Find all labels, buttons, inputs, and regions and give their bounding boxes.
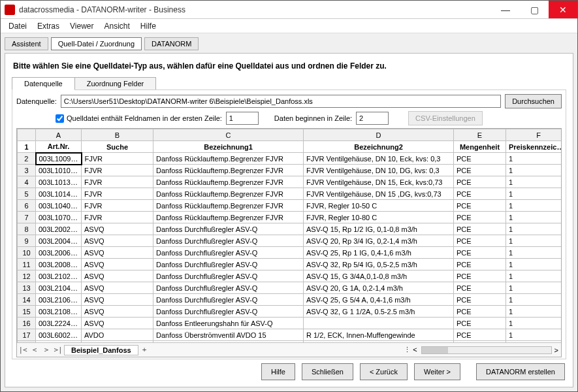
cell[interactable]: 1 [506, 235, 562, 247]
cell[interactable]: FJVR Ventilgehäuse, DN 10, Eck, kvs: 0,3 [304, 153, 454, 165]
cell[interactable]: 003L101400 [36, 188, 82, 200]
maximize-button[interactable]: ▢ [520, 1, 549, 18]
cell[interactable]: PCE [454, 200, 506, 212]
tab-quelldatei[interactable]: Quell-Datei / Zuordnung [51, 37, 142, 50]
cell[interactable]: 1 [506, 165, 562, 176]
cell[interactable]: ASV-Q 32, Rp 5/4 IG, 0,5-2,5 m3/h [304, 259, 454, 270]
cell[interactable]: ASV-Q 32, G 1 1/2A, 0.5-2.5 m3/h [304, 306, 454, 318]
cell[interactable]: FJVR [82, 212, 153, 223]
row-header[interactable]: 8 [18, 223, 36, 235]
back-button[interactable]: < Zurück [360, 363, 408, 380]
sheet-tab-active[interactable]: Beispiel_Danfoss [64, 345, 138, 355]
cell[interactable]: ASV-Q 15, G 3/4A,0,1-0,8 m3/h [304, 270, 454, 282]
cell[interactable]: PCE [454, 306, 506, 318]
cell[interactable]: PCE [454, 188, 506, 200]
cell[interactable]: 003L222400 [36, 318, 82, 329]
tab-zuordnung[interactable]: Zuordnung Felder [74, 77, 156, 90]
cell[interactable]: 1 [506, 306, 562, 318]
cell[interactable]: 1 [506, 329, 562, 341]
cell[interactable]: ASVQ [82, 235, 153, 247]
cell[interactable]: 1 [506, 188, 562, 200]
close-button[interactable]: ✕ [549, 1, 577, 18]
cell[interactable]: FJVR [82, 188, 153, 200]
cell[interactable]: PCE [454, 318, 506, 329]
help-button[interactable]: Hilfe [261, 363, 295, 380]
cell[interactable]: 003L210800 [36, 306, 82, 318]
cell[interactable]: FJVR, Regler 10-50 C [304, 200, 454, 212]
cell[interactable]: ASV-Q 25, Rp 1 IG, 0,4-1,6 m3/h [304, 247, 454, 259]
row-header[interactable]: 4 [18, 176, 36, 188]
cell[interactable]: PCE [454, 247, 506, 259]
cell[interactable]: Danfoss Durchflußregler ASV-Q [153, 270, 304, 282]
cell[interactable]: ASV-Q 15, Rp 1/2 IG, 0,1-0,8 m3/h [304, 223, 454, 235]
cell[interactable]: FJVR, Regler 10-80 C [304, 212, 454, 223]
cell[interactable]: 003L600200 [36, 329, 82, 341]
col-header-F[interactable]: F [506, 129, 562, 141]
cell[interactable]: 003L200600 [36, 247, 82, 259]
close-window-button[interactable]: Schließen [302, 363, 353, 380]
csv-settings-button[interactable]: CSV-Einstellungen [408, 111, 483, 125]
field-header[interactable]: Preiskennzeichen [506, 141, 562, 153]
cell[interactable]: 1 [506, 212, 562, 223]
cell[interactable]: PCE [454, 223, 506, 235]
cell[interactable]: PCE [454, 270, 506, 282]
cell[interactable]: 1 [506, 270, 562, 282]
row-header[interactable]: 2 [18, 153, 36, 165]
row-header[interactable]: 14 [18, 294, 36, 306]
cell[interactable]: ASVQ [82, 294, 153, 306]
path-input[interactable] [61, 95, 501, 108]
col-header-D[interactable]: D [304, 129, 454, 141]
row-header[interactable]: 11 [18, 259, 36, 270]
col-header-B[interactable]: B [82, 129, 153, 141]
create-datanorm-button[interactable]: DATANORM erstellen [476, 363, 565, 380]
cell[interactable]: Danfoss Durchflußregler ASV-Q [153, 223, 304, 235]
cell[interactable]: Danfoss Durchflußregler ASV-Q [153, 306, 304, 318]
next-button[interactable]: Weiter > [414, 363, 460, 380]
cell[interactable]: PCE [454, 259, 506, 270]
cell[interactable]: PCE [454, 176, 506, 188]
row-header[interactable]: 9 [18, 235, 36, 247]
cell[interactable]: 003L101300 [36, 176, 82, 188]
row-header[interactable]: 7 [18, 212, 36, 223]
cell[interactable]: Danfoss Durchflußregler ASV-Q [153, 259, 304, 270]
row-header[interactable]: 6 [18, 200, 36, 212]
cell[interactable]: 1 [506, 259, 562, 270]
cell[interactable]: 003L200400 [36, 235, 82, 247]
cell[interactable]: ASVQ [82, 247, 153, 259]
cell[interactable]: ASVQ [82, 259, 153, 270]
cell[interactable]: Danfoss Rücklauftemp.Begrenzer FJVR [153, 188, 304, 200]
grid-scroll[interactable]: ABCDEFP1Art.Nr.SucheBezeichnung1Bezeichn… [17, 129, 561, 342]
browse-button[interactable]: Durchsuchen [505, 94, 562, 108]
row-header[interactable]: 13 [18, 282, 36, 294]
cell[interactable]: FJVR [82, 176, 153, 188]
cell[interactable]: 1 [506, 153, 562, 165]
cell[interactable]: ASV-Q 25, G 5/4 A, 0,4-1,6 m3/h [304, 294, 454, 306]
cell[interactable]: Danfoss Überströmventil AVDO 15 [153, 329, 304, 341]
field-header[interactable]: Mengenheit [454, 141, 506, 153]
cell[interactable]: PCE [454, 153, 506, 165]
horizontal-scrollbar[interactable] [421, 346, 552, 354]
field-header[interactable]: Art.Nr. [36, 141, 82, 153]
menu-ansicht[interactable]: Ansicht [99, 20, 135, 32]
cell[interactable]: R 1/2, ECK, Innen-Muffengewinde [304, 329, 454, 341]
cell[interactable]: FJVR [82, 153, 153, 165]
sheet-nav-prev[interactable]: < [29, 346, 40, 354]
cell[interactable]: 003L200200 [36, 223, 82, 235]
fieldnames-row-input[interactable] [226, 112, 259, 125]
cell[interactable]: 1 [506, 200, 562, 212]
cell[interactable]: 003L107000 [36, 212, 82, 223]
row-header[interactable]: 3 [18, 165, 36, 176]
cell[interactable]: PCE [454, 165, 506, 176]
row-header[interactable]: 16 [18, 318, 36, 329]
cell[interactable]: ASVQ [82, 270, 153, 282]
cell[interactable]: 003L210400 [36, 282, 82, 294]
cell[interactable]: Danfoss Entleerungshahn für ASV-Q [153, 318, 304, 329]
field-header[interactable]: Bezeichnung2 [304, 141, 454, 153]
field-header[interactable]: Bezeichnung1 [153, 141, 304, 153]
cell[interactable]: FJVR [82, 200, 153, 212]
cell[interactable]: 1 [506, 318, 562, 329]
fieldnames-checkbox[interactable] [56, 114, 64, 123]
data-begin-input[interactable] [356, 112, 389, 125]
row-header[interactable]: 17 [18, 329, 36, 341]
sheet-nav-next[interactable]: > [40, 346, 52, 354]
